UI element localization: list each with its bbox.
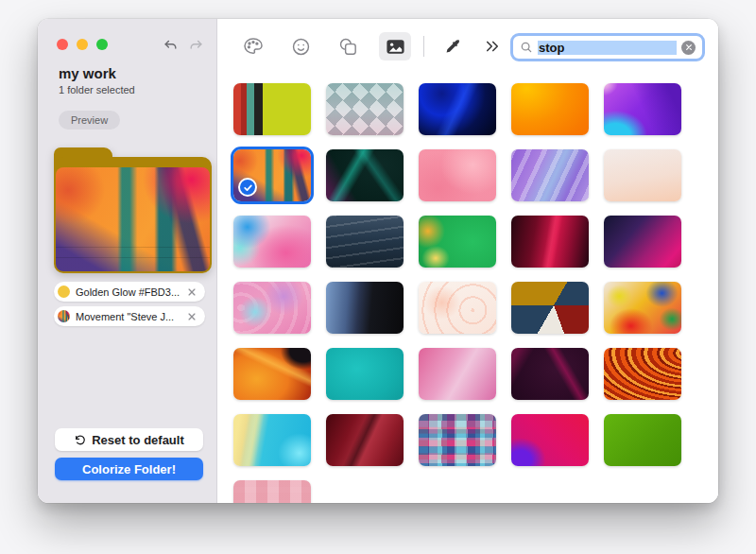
wallpaper-tile-dark-maroon-magenta[interactable] (511, 348, 589, 400)
wallpaper-grid (233, 83, 681, 503)
reset-icon (74, 434, 86, 446)
wallpaper-tile-pastel-mosaic-scales[interactable] (326, 83, 404, 135)
tag-color-dot (58, 286, 70, 298)
wallpaper-tile-orange-lava-waves[interactable] (233, 348, 311, 400)
colorize-button-label: Colorize Folder! (82, 462, 176, 476)
main-content: stop (217, 19, 718, 503)
wallpaper-tile-purple-brushstrokes[interactable] (511, 149, 589, 201)
wallpaper-tile-pink-clouds[interactable] (419, 149, 496, 201)
close-window-button[interactable] (57, 39, 68, 50)
wallpaper-tile-pink-blue-swirl[interactable] (233, 216, 311, 268)
sidebar: my work 1 folder selected Preview Golden… (38, 19, 217, 503)
colorize-folder-button[interactable]: Colorize Folder! (55, 458, 203, 480)
selection-status: 1 folder selected (59, 84, 135, 95)
search-input[interactable]: stop (538, 41, 677, 55)
wallpaper-tile-blue-glitter-black[interactable] (326, 282, 404, 334)
more-chevrons-icon[interactable] (480, 32, 505, 61)
folder-artwork (56, 167, 210, 271)
applied-style-tags: Golden Glow #FBD3...Movement "Steve J... (54, 282, 205, 326)
smiley-icon[interactable] (284, 32, 317, 61)
wallpaper-tile-geometric-triangles[interactable] (511, 282, 589, 334)
wallpaper-tile-soft-pink-strokes[interactable] (419, 348, 496, 400)
wallpaper-tile-pink-plaid-partial[interactable] (233, 480, 311, 503)
wallpaper-tile-crimson-streaks-dark[interactable] (511, 216, 589, 268)
wallpaper-tile-colorful-paint-chaos[interactable] (604, 282, 681, 334)
page-title: my work (59, 65, 116, 81)
image-icon[interactable] (379, 32, 411, 61)
wallpaper-tile-navy-ocean-waves[interactable] (326, 216, 404, 268)
wallpaper-tile-green-marble-paint[interactable] (419, 216, 496, 268)
shapes-icon[interactable] (332, 32, 364, 61)
wallpaper-tile-orange-agate-swirls[interactable] (604, 348, 681, 400)
search-icon (520, 41, 533, 54)
style-tag-chip: Golden Glow #FBD3... (54, 282, 205, 302)
wallpaper-tile-color-patchwork-grid[interactable] (419, 414, 496, 466)
tag-label: Movement "Steve J... (76, 311, 185, 322)
undo-icon[interactable] (161, 36, 180, 55)
wallpaper-tile-movement-abstract-painting[interactable] (233, 149, 311, 201)
preview-badge: Preview (59, 111, 120, 130)
wallpaper-tile-stripes-red-teal-black-lime[interactable] (233, 83, 311, 135)
wallpaper-tile-navy-magenta-gradient[interactable] (604, 216, 681, 268)
remove-tag-icon[interactable] (185, 286, 198, 299)
wallpaper-tile-magenta-purple-gradient[interactable] (511, 414, 589, 466)
tag-label: Golden Glow #FBD3... (76, 286, 185, 298)
wallpaper-tile-purple-cyan-wave[interactable] (604, 83, 681, 135)
wallpaper-tile-marbled-pink-purple-cyan[interactable] (233, 282, 311, 334)
wallpaper-tile-dark-teal-abstract[interactable] (326, 149, 404, 201)
wallpaper-tile-teal-texture[interactable] (326, 348, 404, 400)
selected-checkmark-icon (238, 178, 257, 197)
wallpaper-tile-pale-peach-gradient[interactable] (604, 149, 681, 201)
style-tag-chip: Movement "Steve J... (54, 306, 205, 326)
toolbar: stop (217, 32, 718, 64)
wallpaper-tile-pale-rose-swirls[interactable] (419, 282, 496, 334)
zoom-window-button[interactable] (96, 39, 108, 50)
toolbar-separator (423, 36, 424, 57)
wallpaper-tile-dark-blue-marble[interactable] (419, 83, 496, 135)
search-field[interactable]: stop (510, 33, 705, 61)
wallpaper-tile-cyan-yellow-paint-pour[interactable] (233, 414, 311, 466)
palette-icon[interactable] (237, 32, 269, 61)
remove-tag-icon[interactable] (185, 310, 198, 323)
redo-icon[interactable] (186, 36, 205, 55)
wallpaper-tile-dark-red-brushed[interactable] (326, 414, 404, 466)
reset-to-default-button[interactable]: Reset to default (55, 428, 203, 451)
folder-preview (54, 147, 212, 273)
traffic-lights (57, 39, 108, 50)
wallpaper-tile-orange-gradient[interactable] (511, 83, 589, 135)
clear-search-icon[interactable] (681, 41, 696, 55)
reset-button-label: Reset to default (92, 433, 184, 447)
minimize-window-button[interactable] (77, 39, 88, 50)
app-window: my work 1 folder selected Preview Golden… (38, 19, 718, 503)
wallpaper-tile-grass-green[interactable] (604, 414, 681, 466)
tag-color-dot (58, 310, 70, 322)
eyedropper-icon[interactable] (437, 32, 469, 61)
